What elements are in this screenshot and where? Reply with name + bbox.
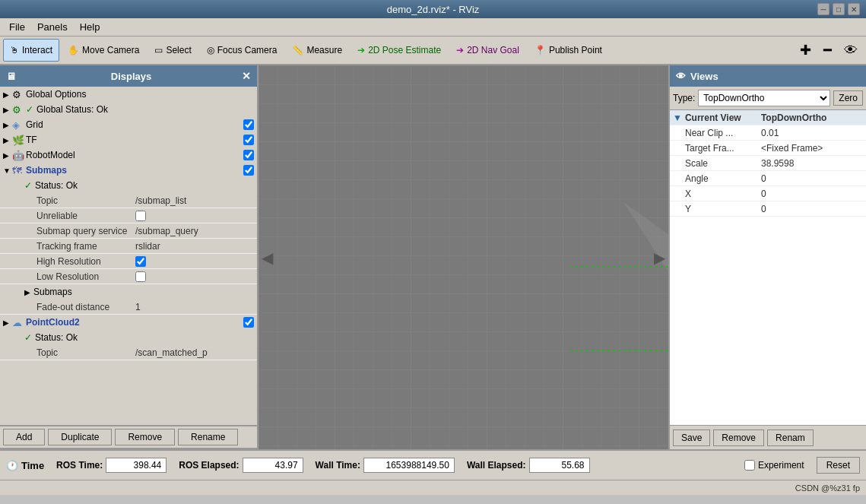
unreliable-checkbox[interactable]: [135, 211, 146, 221]
viewport-nav-left[interactable]: ◀: [262, 249, 273, 267]
near-clip-label: Near Clip ...: [685, 128, 761, 138]
close-button[interactable]: ✕: [848, 3, 860, 15]
list-item[interactable]: ▶ ☁ PointCloud2: [0, 315, 257, 330]
grid-checkbox[interactable]: [243, 119, 254, 130]
select-button[interactable]: ▭ Select: [148, 39, 198, 62]
views-type-row: Type: TopDownOrtho Zero: [670, 87, 866, 110]
high-res-label: High Resolution: [36, 256, 135, 267]
expand-arrow-global-status[interactable]: ▶: [3, 106, 12, 114]
window-controls[interactable]: ─ □ ✕: [817, 3, 860, 15]
ros-elapsed-value: 43.97: [243, 458, 303, 473]
target-frame-value: <Fixed Frame>: [761, 143, 823, 154]
views-zero-button[interactable]: Zero: [833, 90, 863, 106]
viewport-nav-right[interactable]: ▶: [654, 249, 665, 267]
list-item: Angle 0: [670, 171, 866, 186]
views-rename-button[interactable]: Renam: [767, 430, 814, 446]
wall-time-label: Wall Time:: [316, 460, 360, 471]
list-item: Y 0: [670, 201, 866, 217]
measure-button[interactable]: 📏 Measure: [285, 39, 349, 62]
expand-arrow-tf[interactable]: ▶: [3, 136, 12, 144]
fadeout-value: 1: [135, 302, 141, 312]
maximize-button[interactable]: □: [833, 3, 845, 15]
views-save-button[interactable]: Save: [673, 430, 710, 446]
views-title: Views: [690, 71, 718, 82]
expand-arrow-submaps-sub[interactable]: ▶: [24, 288, 33, 296]
topic-prop-value: /submap_list: [135, 195, 186, 206]
displays-icon: 🖥: [6, 71, 16, 82]
global-status-label: Global Status: Ok: [36, 104, 254, 115]
move-camera-button[interactable]: ✋ Move Camera: [61, 39, 146, 62]
list-item[interactable]: ▶ ⚙ ✓ Global Status: Ok: [0, 102, 257, 117]
views-panel-header: 👁 Views: [670, 65, 866, 87]
list-item[interactable]: ▼ 🗺 Submaps: [0, 163, 257, 178]
experiment-label: Experiment: [758, 460, 804, 471]
views-type-select[interactable]: TopDownOrtho: [698, 90, 830, 106]
remove-button[interactable]: Remove: [115, 429, 175, 445]
interact-icon: 🖱: [10, 45, 19, 55]
submaps-status-icon: ✓: [24, 180, 32, 191]
views-remove-button[interactable]: Remove: [713, 430, 764, 446]
menu-file[interactable]: File: [3, 20, 31, 34]
expand-arrow-pointcloud2[interactable]: ▶: [3, 319, 12, 327]
views-icon: 👁: [676, 71, 686, 82]
clock-icon: 🕐: [6, 460, 18, 471]
2d-pose-estimate-button[interactable]: ➔ 2D Pose Estimate: [351, 39, 448, 62]
displays-bottom-buttons: Add Duplicate Remove Rename: [0, 425, 257, 449]
list-item: Unreliable: [0, 208, 257, 223]
add-button[interactable]: Add: [3, 429, 45, 445]
robotmodel-checkbox[interactable]: [243, 150, 254, 160]
unreliable-prop-label: Unreliable: [36, 211, 135, 221]
pointcloud2-icon: ☁: [12, 317, 26, 328]
submaps-checkbox[interactable]: [243, 165, 254, 176]
x-label: X: [685, 189, 761, 199]
viewport[interactable]: ◀ ▶: [259, 65, 668, 449]
view-options-button[interactable]: 👁: [839, 39, 863, 62]
experiment-checkbox[interactable]: [744, 460, 755, 471]
low-res-checkbox[interactable]: [135, 271, 146, 282]
reset-button[interactable]: Reset: [817, 457, 860, 474]
publish-point-button[interactable]: 📍 Publish Point: [528, 39, 609, 62]
list-item[interactable]: ▶ ◈ Grid: [0, 117, 257, 132]
time-title: Time: [21, 460, 44, 471]
expand-arrow-global-options[interactable]: ▶: [3, 90, 12, 99]
expand-arrow-robotmodel[interactable]: ▶: [3, 151, 12, 160]
menu-help[interactable]: Help: [74, 20, 106, 34]
interact-button[interactable]: 🖱 Interact: [3, 39, 59, 62]
list-item[interactable]: ▶ ⚙ Global Options: [0, 87, 257, 102]
remove-display-button[interactable]: ━: [818, 39, 837, 62]
ros-time-label: ROS Time:: [56, 460, 103, 471]
wall-elapsed-value: 55.68: [529, 458, 590, 473]
tf-checkbox[interactable]: [243, 135, 254, 145]
list-item: Topic /submap_list: [0, 193, 257, 208]
focus-camera-icon: ◎: [207, 45, 214, 55]
focus-camera-button[interactable]: ◎ Focus Camera: [200, 39, 284, 62]
2d-nav-goal-button[interactable]: ➔ 2D Nav Goal: [449, 39, 526, 62]
menu-panels[interactable]: Panels: [31, 20, 74, 34]
tracking-frame-value: rslidar: [135, 241, 160, 252]
current-view-header: ▼ Current View TopDownOrtho: [670, 110, 866, 125]
pointcloud2-checkbox[interactable]: [243, 317, 254, 328]
minimize-button[interactable]: ─: [817, 3, 830, 15]
y-value: 0: [761, 204, 766, 214]
submaps-status-label: Status: Ok: [35, 180, 78, 191]
tf-icon: 🌿: [12, 135, 26, 146]
displays-title: Displays: [111, 71, 151, 82]
list-item[interactable]: ▶ Submaps: [0, 284, 257, 300]
time-header: 🕐 Time: [6, 460, 44, 471]
rename-button[interactable]: Rename: [178, 429, 238, 445]
expand-arrow-grid[interactable]: ▶: [3, 121, 12, 129]
fadeout-label: Fade-out distance: [36, 302, 135, 312]
expand-arrow-submaps[interactable]: ▼: [3, 166, 12, 175]
duplicate-button[interactable]: Duplicate: [48, 429, 112, 445]
high-res-checkbox[interactable]: [135, 256, 146, 267]
list-item[interactable]: ▶ 🤖 RobotModel: [0, 147, 257, 163]
add-display-button[interactable]: ✚: [795, 39, 817, 62]
x-value: 0: [761, 189, 766, 199]
displays-scroll-area[interactable]: ▶ ⚙ Global Options ▶ ⚙ ✓ Global Status: …: [0, 87, 257, 425]
list-item[interactable]: ▶ 🌿 TF: [0, 132, 257, 147]
submaps-sub-label: Submaps: [33, 287, 72, 297]
list-item: High Resolution: [0, 254, 257, 269]
displays-close-button[interactable]: ✕: [242, 70, 251, 82]
y-label: Y: [685, 204, 761, 214]
list-item: Fade-out distance 1: [0, 300, 257, 315]
